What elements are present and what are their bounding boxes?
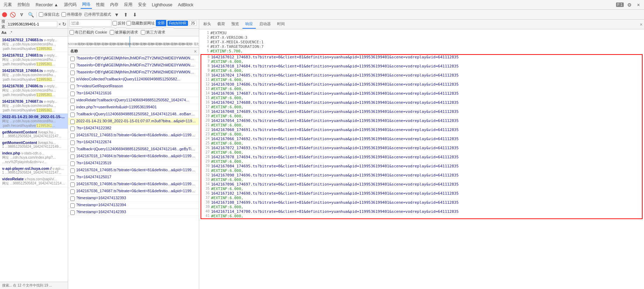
network-list-item[interactable]: ?timestamp=1642474132393 [68,195,199,202]
line-content[interactable]: #EXTINF:6.000, [211,141,244,146]
search-list-item[interactable]: 1642167018_174684.ts v-reply...网址 ...y.c… [0,67,68,83]
network-list-item[interactable]: 1642167018_174684.ts?bitrate=0&client=81… [68,153,199,160]
preserve-log-label[interactable]: 保留日志 [39,12,59,17]
net-item-checkbox[interactable] [70,71,75,75]
line-content[interactable]: 1642167042_174688.ts?bitrate=0&client=81… [211,100,459,105]
line-content[interactable]: #EXTINF:6.000, [211,96,244,100]
search-icon-btn[interactable]: 🔍 [27,11,34,18]
search-list-item[interactable]: getMomentContent liveapi.hu...1 ...98851… [0,129,68,139]
preserve-log-checkbox[interactable] [39,12,43,17]
line-content[interactable]: #EXTINF:6.000, [211,205,244,209]
network-list-item[interactable]: ?callback=jQuery11240669498851250582_164… [68,111,199,118]
search-input[interactable] [7,21,57,27]
line-content[interactable]: #EXT-X-VERSION:3 [210,35,247,40]
throttle-select[interactable]: ▼ [113,11,120,18]
line-content[interactable]: #EXTINF:6.000, [211,59,244,64]
tab-recorder[interactable]: Recorder ▲ [34,2,60,8]
net-item-checkbox[interactable] [70,196,75,201]
net-item-checkbox[interactable] [70,120,75,124]
line-content[interactable]: #EXT-X-MEDIA-SEQUENCE:1 [210,40,263,44]
line-content[interactable]: #EXTINF:6.000, [211,68,244,73]
network-list-item[interactable]: ?ts=1642474121616 [68,90,199,97]
line-content[interactable]: 1642167036_174687.ts?bitrate=0&client=81… [211,91,459,96]
network-list-item[interactable]: 1642167024_174685.ts?bitrate=0&client=81… [68,167,199,174]
net-item-checkbox[interactable] [70,210,75,215]
net-item-checkbox[interactable] [70,85,75,89]
tab-security[interactable]: 安全 [137,1,148,8]
network-list-item[interactable]: videoRelate?callback=jQuery1124066949885… [68,97,199,104]
net-item-checkbox[interactable] [70,161,75,166]
line-content[interactable]: #EXTINF:6.000, [211,150,244,155]
line-content[interactable]: 1642167114_174700.ts?bitrate=0&client=81… [211,209,459,214]
record-icon[interactable] [2,12,7,17]
net-item-checkbox[interactable] [70,182,75,187]
network-list-item[interactable]: 1642167012_174683.ts?bitrate=0&client=81… [68,132,199,139]
clear-button[interactable]: 🚫 [9,11,16,18]
search-list-item[interactable]: index.php v-stats-cdn.o...网址 ...cdn.huya… [0,150,68,165]
tab-adblock[interactable]: AdBlock [176,2,195,8]
line-content[interactable]: #EXTINF:6.000, [211,168,244,173]
network-filter-input[interactable] [70,20,111,27]
line-content[interactable]: 1642167072_174693.ts?bitrate=0&client=81… [211,146,459,150]
net-item-checkbox[interactable] [70,147,75,152]
net-item-checkbox[interactable] [70,154,75,159]
network-list-item[interactable]: 1642167030_174686.ts?bitrate=0&client=81… [68,181,199,188]
line-content[interactable]: 1642167054_174690.ts?bitrate=0&client=81… [211,118,459,123]
blocked-req-checkbox[interactable] [110,30,114,35]
detail-tab-响应[interactable]: 响应 [243,20,256,29]
net-item-checkbox[interactable] [70,127,75,131]
tab-elements[interactable]: 元素 [2,1,13,8]
tab-memory[interactable]: 内存 [109,1,120,8]
line-content[interactable]: #EXTINF:6.000, [211,214,244,218]
tab-console[interactable]: 控制台 [16,1,31,8]
detail-tab-启动器[interactable]: 启动器 [256,20,274,29]
upload-icon[interactable]: ⬆ [122,11,129,18]
search-clear-btn[interactable]: × [59,22,61,26]
hide-data-url-label[interactable]: 隐藏数据网址 [126,21,155,26]
network-list-item[interactable]: index.php?r=user/liveinfo&uid=1199536199… [68,104,199,111]
invert-checkbox[interactable] [113,21,117,26]
line-content[interactable]: 1642167078_174694.ts?bitrate=0&client=81… [211,155,459,159]
search-list-item[interactable]: 1642167012_174683.ts v-reply...网址 ...y.c… [0,52,68,67]
blocked-cookie-checkbox[interactable] [70,30,74,35]
tab-network[interactable]: 网络 [81,1,92,9]
net-item-checkbox[interactable] [70,168,75,173]
net-item-checkbox[interactable] [70,113,75,117]
net-item-checkbox[interactable] [70,99,75,103]
search-list-item[interactable]: videoRelate v.huya.com/jsapi/vi...网址 ...… [0,176,68,187]
third-party-label[interactable]: 第三方请求 [141,30,165,35]
net-item-checkbox[interactable] [70,78,75,82]
line-content[interactable]: #EXTINF:6.000, [211,123,244,128]
line-content[interactable]: #EXTINF:6.000, [211,78,244,82]
line-content[interactable]: #EXTM3U [210,31,226,35]
third-party-checkbox[interactable] [141,30,145,35]
search-list-item[interactable]: 1642167030_174686.ts v-reply...网址 ...y.c… [0,83,68,98]
invert-label[interactable]: 反转 [113,21,125,26]
line-content[interactable]: 1642167060_174691.ts?bitrate=0&client=81… [211,128,459,132]
network-list-item[interactable]: ?ts=1642474125017 [68,174,199,181]
network-list-item[interactable]: 2022-01-14-21:30:08_2022-01-15-01:07:07.… [68,118,199,125]
filter-icon-btn[interactable]: ⛛ [18,11,25,18]
tab-lighthouse[interactable]: Lighthouse [151,2,174,8]
net-item-checkbox[interactable] [70,203,75,208]
line-content[interactable]: #EXTINF:6.000, [211,178,244,182]
line-content[interactable]: #EXTINF:6.000, [211,196,244,200]
net-item-checkbox[interactable] [70,140,75,145]
disable-cache-label[interactable]: 停用缓存 [61,12,82,17]
line-content[interactable]: 1642167012_174683.ts?bitrate=0&client=81… [211,55,459,59]
line-content[interactable]: 1642167090_174696.ts?bitrate=0&client=81… [211,173,459,178]
network-list-item[interactable]: ?timestamp=1642474142393 [68,209,199,216]
net-item-checkbox[interactable] [70,133,75,138]
line-content[interactable]: #EXTINF:5.700, [210,49,243,53]
search-list-item[interactable]: 1642167036_174687.ts v-reply...网址 ...y.c… [0,98,68,114]
line-content[interactable]: #EXTINF:6.000, [211,114,244,118]
line-content[interactable]: #EXTINF:6.000, [211,187,244,191]
tab-sources[interactable]: 源代码 [63,1,78,8]
line-content[interactable]: 1642167066_174692.ts?bitrate=0&client=81… [211,137,459,141]
search-refresh-btn[interactable]: ↻ [62,21,66,28]
network-list-item[interactable]: ?callback=jQuery11240669498851250582_164… [68,146,199,153]
search-list-item[interactable]: v-api-player-ssl.huya.com / v-api-...1 .… [0,165,68,176]
blocked-cookie-label[interactable]: 有已拦截的 Cookie [70,30,107,35]
detail-tab-载荷[interactable]: 载荷 [215,20,228,29]
line-content[interactable]: 1642167096_174697.ts?bitrate=0&client=81… [211,182,459,187]
